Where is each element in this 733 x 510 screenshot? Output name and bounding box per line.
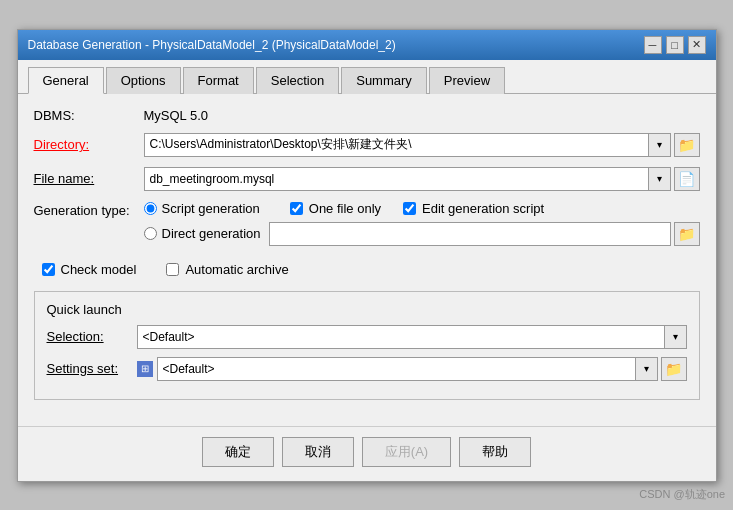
directory-dropdown-arrow[interactable]: ▾	[649, 133, 671, 157]
direct-browse-button[interactable]: 📁	[674, 222, 700, 246]
tab-options[interactable]: Options	[106, 67, 181, 94]
content-area: DBMS: MySQL 5.0 Directory: ▾ 📁 File name…	[18, 94, 716, 426]
title-bar-buttons: ─ □ ✕	[644, 36, 706, 54]
apply-button[interactable]: 应用(A)	[362, 437, 451, 467]
script-generation-label[interactable]: Script generation	[162, 201, 260, 216]
settings-row: Settings set: ⊞ ▾ 📁	[47, 357, 687, 381]
settings-dropdown-arrow[interactable]: ▾	[636, 357, 658, 381]
automatic-archive-checkbox[interactable]	[166, 263, 179, 276]
generation-type-row: Generation type: Script generation One f…	[34, 201, 700, 252]
one-file-only-label[interactable]: One file only	[309, 201, 381, 216]
direct-generation-radio[interactable]	[144, 227, 157, 240]
watermark: CSDN @轨迹one	[639, 487, 725, 502]
directory-browse-button[interactable]: 📁	[674, 133, 700, 157]
settings-icon: ⊞	[137, 361, 153, 377]
minimize-button[interactable]: ─	[644, 36, 662, 54]
tab-selection[interactable]: Selection	[256, 67, 339, 94]
help-button[interactable]: 帮助	[459, 437, 531, 467]
filename-row: File name: ▾ 📄	[34, 167, 700, 191]
maximize-button[interactable]: □	[666, 36, 684, 54]
settings-input[interactable]	[157, 357, 636, 381]
options-row: Check model Automatic archive	[34, 262, 700, 277]
tab-general[interactable]: General	[28, 67, 104, 94]
directory-row: Directory: ▾ 📁	[34, 133, 700, 157]
bottom-bar: 确定 取消 应用(A) 帮助	[18, 426, 716, 481]
window-title: Database Generation - PhysicalDataModel_…	[28, 38, 396, 52]
selection-input-group: ▾	[137, 325, 687, 349]
script-generation-radio[interactable]	[144, 202, 157, 215]
automatic-archive-label[interactable]: Automatic archive	[185, 262, 288, 277]
filename-browse-button[interactable]: 📄	[674, 167, 700, 191]
selection-dropdown-arrow[interactable]: ▾	[665, 325, 687, 349]
generation-type-options: Script generation One file only Edit gen…	[144, 201, 700, 252]
direct-generation-input[interactable]	[269, 222, 671, 246]
main-window: Database Generation - PhysicalDataModel_…	[17, 29, 717, 482]
cancel-button[interactable]: 取消	[282, 437, 354, 467]
filename-dropdown-arrow[interactable]: ▾	[649, 167, 671, 191]
settings-browse-button[interactable]: 📁	[661, 357, 687, 381]
directory-input-group: ▾ 📁	[144, 133, 700, 157]
direct-generation-row: Direct generation 📁	[144, 222, 700, 246]
quick-launch-group: Quick launch Selection: ▾ Settings set: …	[34, 291, 700, 400]
check-model-label[interactable]: Check model	[61, 262, 137, 277]
quick-launch-title: Quick launch	[47, 302, 687, 317]
settings-label: Settings set:	[47, 361, 137, 376]
dbms-label: DBMS:	[34, 108, 144, 123]
directory-label: Directory:	[34, 137, 144, 152]
dbms-row: DBMS: MySQL 5.0	[34, 108, 700, 123]
check-model-checkbox[interactable]	[42, 263, 55, 276]
dbms-value: MySQL 5.0	[144, 108, 209, 123]
settings-input-group: ⊞ ▾ 📁	[137, 357, 687, 381]
edit-generation-script-checkbox[interactable]	[403, 202, 416, 215]
direct-generation-label[interactable]: Direct generation	[162, 226, 261, 241]
selection-label: Selection:	[47, 329, 137, 344]
tab-bar: General Options Format Selection Summary…	[18, 60, 716, 94]
title-bar: Database Generation - PhysicalDataModel_…	[18, 30, 716, 60]
filename-input-group: ▾ 📄	[144, 167, 700, 191]
script-generation-row: Script generation One file only Edit gen…	[144, 201, 700, 216]
selection-input[interactable]	[137, 325, 665, 349]
one-file-only-checkbox[interactable]	[290, 202, 303, 215]
filename-label: File name:	[34, 171, 144, 186]
filename-input[interactable]	[144, 167, 649, 191]
tab-summary[interactable]: Summary	[341, 67, 427, 94]
edit-generation-script-label[interactable]: Edit generation script	[422, 201, 544, 216]
tab-preview[interactable]: Preview	[429, 67, 505, 94]
check-model-item: Check model	[42, 262, 137, 277]
generation-type-label: Generation type:	[34, 201, 144, 218]
directory-label-text: Directory:	[34, 137, 90, 152]
selection-row: Selection: ▾	[47, 325, 687, 349]
close-button[interactable]: ✕	[688, 36, 706, 54]
automatic-archive-item: Automatic archive	[166, 262, 288, 277]
directory-input[interactable]	[144, 133, 649, 157]
ok-button[interactable]: 确定	[202, 437, 274, 467]
tab-format[interactable]: Format	[183, 67, 254, 94]
